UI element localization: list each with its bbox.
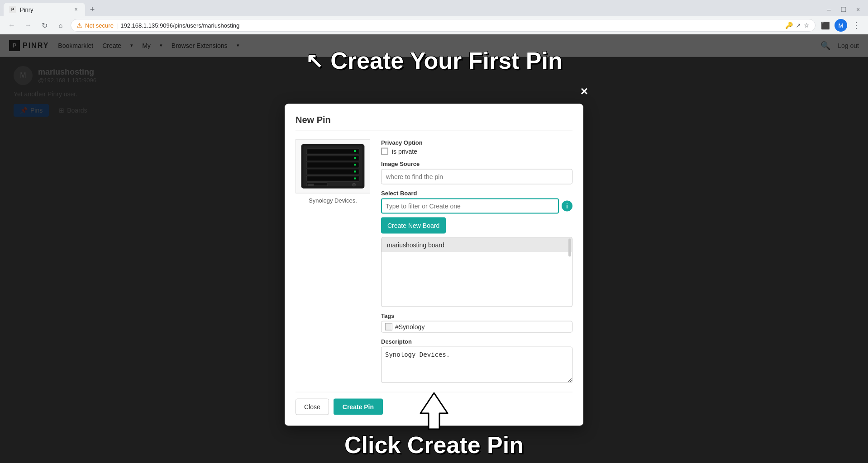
svg-point-19 — [353, 183, 356, 186]
modal-body: Synology Devices. Privacy Option is priv… — [296, 139, 572, 385]
svg-point-14 — [354, 157, 356, 159]
description-section-title: Descripton — [381, 338, 572, 345]
svg-rect-8 — [308, 149, 358, 153]
password-icon: 🔑 — [785, 22, 793, 29]
tag-color-swatch[interactable] — [385, 323, 392, 331]
svg-rect-9 — [308, 156, 358, 160]
svg-point-17 — [354, 177, 356, 180]
svg-rect-12 — [308, 177, 358, 180]
privacy-section-title: Privacy Option — [381, 139, 572, 146]
privacy-row: is private — [381, 148, 572, 155]
new-pin-modal: × New Pin — [285, 104, 583, 426]
arrow-up-icon — [416, 391, 452, 431]
svg-point-15 — [354, 164, 356, 166]
tab-right-controls: – ❐ × — [823, 3, 868, 16]
new-tab-button[interactable]: + — [86, 3, 99, 16]
annotation-title: ↖ Create Your First Pin — [305, 47, 562, 74]
tab-label: Pinry — [20, 6, 33, 13]
tab-bar: P Pinry × + – ❐ × — [0, 0, 868, 16]
is-private-label: is private — [392, 148, 417, 155]
tags-section-title: Tags — [381, 312, 572, 319]
reload-button[interactable]: ↻ — [38, 19, 51, 32]
address-bar[interactable]: ⚠ Not secure | 192.168.1.135:9096/pins/u… — [71, 19, 816, 32]
browser-chrome: P Pinry × + – ❐ × ← → ↻ ⌂ ⚠ Not secure |… — [0, 0, 868, 34]
click-annotation-text: Click Create Pin — [344, 431, 524, 458]
pin-image-section: Synology Devices. — [296, 139, 370, 385]
svg-point-16 — [354, 170, 356, 173]
modal-close-button[interactable]: × — [581, 84, 588, 99]
image-source-title: Image Source — [381, 161, 572, 167]
svg-rect-11 — [308, 170, 358, 174]
select-board-title: Select Board — [381, 190, 572, 197]
page-background: P PINRY Bookmarklet Create ▾ My ▾ Browse… — [0, 34, 868, 463]
image-source-input[interactable] — [381, 169, 572, 184]
cursor-annotation-icon: ↖ — [305, 48, 323, 73]
user-profile-button[interactable]: M — [835, 19, 847, 32]
board-item[interactable]: mariushosting board — [382, 238, 572, 252]
nas-image — [296, 140, 370, 192]
board-dropdown-empty-space — [382, 252, 572, 307]
url-divider: | — [116, 22, 118, 29]
security-warning-text: Not secure — [85, 22, 114, 29]
tab-close-button[interactable]: × — [72, 6, 80, 13]
svg-point-13 — [354, 150, 356, 152]
board-info-icon[interactable]: i — [562, 201, 572, 212]
modal-title: New Pin — [296, 115, 572, 131]
toolbar-icons: ⬛ M ⋮ — [819, 19, 863, 32]
description-textarea[interactable]: Synology Devices. — [381, 347, 572, 383]
board-scrollbar[interactable] — [568, 239, 571, 257]
address-bar-row: ← → ↻ ⌂ ⚠ Not secure | 192.168.1.135:909… — [0, 16, 868, 34]
url-text: 192.168.1.135:9096/pins/users/mariushost… — [120, 22, 782, 29]
home-button[interactable]: ⌂ — [54, 19, 67, 32]
svg-marker-20 — [420, 393, 448, 429]
active-tab[interactable]: P Pinry × — [4, 3, 85, 16]
svg-rect-18 — [308, 184, 314, 186]
svg-rect-10 — [308, 163, 358, 167]
close-button[interactable]: Close — [296, 399, 329, 415]
minimize-button[interactable]: – — [823, 3, 835, 16]
forward-button[interactable]: → — [22, 19, 34, 32]
maximize-button[interactable]: ❐ — [837, 3, 850, 16]
board-dropdown: mariushosting board — [381, 237, 572, 307]
pin-image — [296, 139, 370, 194]
tag-input-row[interactable] — [381, 321, 572, 333]
pin-image-caption: Synology Devices. — [309, 197, 357, 204]
menu-button[interactable]: ⋮ — [850, 19, 863, 32]
tab-favicon: P — [9, 6, 16, 13]
create-new-board-button[interactable]: Create New Board — [381, 217, 446, 234]
tag-input[interactable] — [395, 323, 568, 331]
back-button[interactable]: ← — [5, 19, 18, 32]
close-window-button[interactable]: × — [852, 3, 864, 16]
share-icon: ↗ — [796, 22, 801, 29]
bookmark-icon: ☆ — [804, 22, 810, 29]
pin-form: Privacy Option is private Image Source S… — [381, 139, 572, 385]
annotation-title-text: Create Your First Pin — [330, 47, 562, 74]
security-warning-icon: ⚠ — [76, 22, 82, 29]
board-search-input[interactable] — [381, 198, 559, 214]
bottom-annotation: Click Create Pin — [344, 391, 524, 458]
extensions-button[interactable]: ⬛ — [819, 19, 832, 32]
is-private-checkbox[interactable] — [381, 148, 388, 155]
